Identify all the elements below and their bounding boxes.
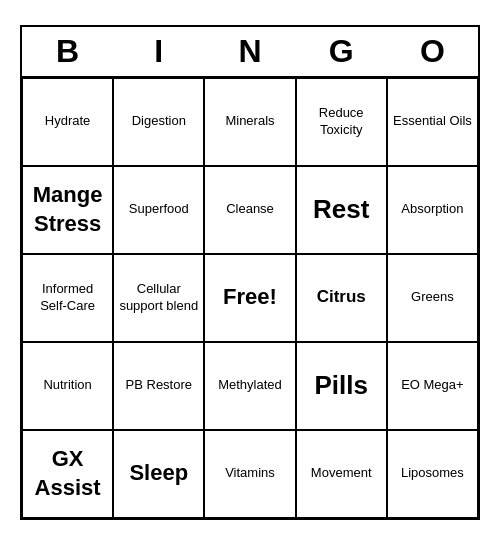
bingo-cell: EO Mega+ — [387, 342, 478, 430]
bingo-cell: Essential Oils — [387, 78, 478, 166]
bingo-cell: Minerals — [204, 78, 295, 166]
bingo-cell: Sleep — [113, 430, 204, 518]
header-letter: G — [296, 27, 387, 76]
bingo-cell: Cleanse — [204, 166, 295, 254]
bingo-cell: Reduce Toxicity — [296, 78, 387, 166]
bingo-cell: PB Restore — [113, 342, 204, 430]
bingo-grid: HydrateDigestionMineralsReduce ToxicityE… — [22, 78, 478, 518]
bingo-cell: Informed Self-Care — [22, 254, 113, 342]
bingo-cell: Pills — [296, 342, 387, 430]
bingo-cell: Nutrition — [22, 342, 113, 430]
bingo-cell: Free! — [204, 254, 295, 342]
bingo-header: BINGO — [22, 27, 478, 78]
bingo-cell: Mange Stress — [22, 166, 113, 254]
bingo-cell: Methylated — [204, 342, 295, 430]
bingo-card: BINGO HydrateDigestionMineralsReduce Tox… — [20, 25, 480, 520]
header-letter: N — [204, 27, 295, 76]
bingo-cell: Citrus — [296, 254, 387, 342]
bingo-cell: Cellular support blend — [113, 254, 204, 342]
bingo-cell: Hydrate — [22, 78, 113, 166]
header-letter: B — [22, 27, 113, 76]
bingo-cell: Greens — [387, 254, 478, 342]
bingo-cell: Absorption — [387, 166, 478, 254]
bingo-cell: Liposomes — [387, 430, 478, 518]
header-letter: O — [387, 27, 478, 76]
bingo-cell: GX Assist — [22, 430, 113, 518]
bingo-cell: Digestion — [113, 78, 204, 166]
header-letter: I — [113, 27, 204, 76]
bingo-cell: Rest — [296, 166, 387, 254]
bingo-cell: Movement — [296, 430, 387, 518]
bingo-cell: Vitamins — [204, 430, 295, 518]
bingo-cell: Superfood — [113, 166, 204, 254]
